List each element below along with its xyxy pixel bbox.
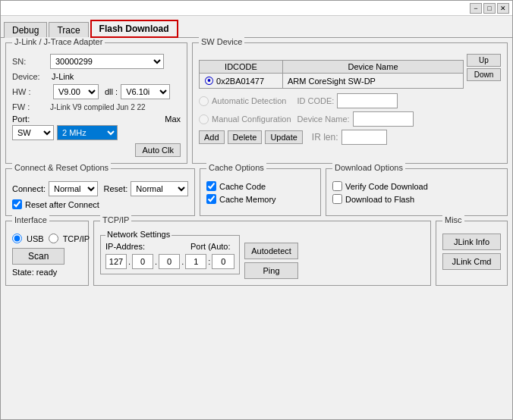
auto-clk-button[interactable]: Auto Clk [135,143,181,157]
port-row: SW 2 MHz [12,125,181,140]
fw-label: FW : [12,102,50,111]
cache-memory-checkbox[interactable] [206,194,216,204]
port-auto-label: Port (Auto: [190,242,231,251]
add-button[interactable]: Add [199,130,225,144]
cache-code-row: Cache Code [206,181,314,191]
device-name-label: Device Name: [297,114,350,124]
ir-len-input[interactable] [341,130,387,145]
ip-part-4[interactable] [185,254,206,269]
download-flash-row: Download to Flash [332,194,501,204]
dot-2: . [155,257,157,266]
swd-idcode-cell: ⦿ 0x2BA01477 [200,74,283,89]
jlink-info-button[interactable]: JLink Info [442,234,501,250]
delete-button[interactable]: Delete [228,130,263,144]
tcpip-radio[interactable] [49,234,58,243]
swd-devname-cell: ARM CoreSight SW-DP [283,74,464,89]
download-group: Download Options Verify Code Download Do… [326,168,508,216]
main-window: − □ ✕ Debug Trace Flash Download J-Link … [0,0,513,420]
sw-device-buttons: Add Delete Update IR len: [199,130,464,145]
cache-code-checkbox[interactable] [206,181,216,191]
device-name-input[interactable] [353,111,414,127]
dot-3: . [181,257,184,266]
sw-device-group-title: SW Device [199,37,244,46]
reset-after-connect-label: Reset after Connect [25,200,99,209]
idcode-value: 0x2BA01477 [216,77,264,86]
connect-label: Connect: [12,184,46,193]
ir-len-label: IR len: [312,132,338,143]
port-select[interactable]: SW [12,125,54,140]
tabs-row: Debug Trace Flash Download [1,16,512,38]
reset-after-connect-row: Reset after Connect [12,199,188,209]
jlink-cmd-button[interactable]: JLink Cmd [442,253,501,270]
port-input[interactable] [212,254,234,269]
main-content: J-Link / J-Trace Adapter SN: 30000299 De… [1,38,512,419]
tab-debug[interactable]: Debug [4,22,47,38]
connect-select[interactable]: Normal [49,181,98,196]
verify-code-checkbox[interactable] [332,181,342,191]
devname-value: ARM CoreSight SW-DP [288,77,376,86]
tcpip-group: TCP/IP Network Settings IP-Addres: Port … [93,221,431,286]
ip-part-3[interactable] [159,254,180,269]
cache-group: Cache Options Cache Code Cache Memory [200,168,321,216]
interface-group-title: Interface [12,215,49,224]
ip-row: . . . : [105,254,234,269]
maximize-button[interactable]: □ [483,3,496,14]
device-row: Device: J-Link [12,72,181,81]
cache-group-title: Cache Options [206,163,266,172]
network-settings-title: Network Settings [105,230,172,239]
dll-label: dll : [105,87,118,96]
verify-code-label: Verify Code Download [345,182,428,191]
sn-label: SN: [12,57,50,66]
connect-row: Connect: Normal Reset: Normal [12,181,188,196]
sn-row: SN: 30000299 [12,54,181,69]
max-select[interactable]: 2 MHz [57,125,118,140]
device-label: Device: [12,72,50,81]
move-up-button[interactable]: Up [467,54,501,67]
jlink-group: J-Link / J-Trace Adapter SN: 30000299 De… [5,42,187,164]
fw-value: J-Link V9 compiled Jun 2 22 [50,103,146,111]
update-button[interactable]: Update [265,130,302,144]
ip-part-2[interactable] [132,254,153,269]
reset-select[interactable]: Normal [131,181,188,196]
connect-reset-group: Connect & Reset Options Connect: Normal … [5,168,195,216]
radio-dot-icon: ⦿ [204,75,214,86]
sn-select[interactable]: 30000299 [50,54,164,69]
ping-button[interactable]: Ping [244,262,298,279]
interface-group: Interface USB TCP/IP Scan State: ready [5,221,89,286]
title-bar: − □ ✕ [1,1,512,16]
cache-memory-row: Cache Memory [206,194,314,204]
cache-code-label: Cache Code [219,182,266,191]
hw-select[interactable]: V9.00 [53,84,99,99]
minimize-button[interactable]: − [470,3,482,14]
move-buttons: Up Down [467,54,501,145]
auto-detect-label: Automatic Detection [212,96,286,105]
sw-device-table: IDCODE Device Name ⦿ 0x2BA01477 [199,60,464,89]
hw-row: HW : V9.00 dll : V6.10i [12,84,181,99]
tab-trace[interactable]: Trace [49,22,88,38]
scan-button[interactable]: Scan [12,248,65,265]
bottom-row: Interface USB TCP/IP Scan State: ready T… [5,221,508,286]
close-button[interactable]: ✕ [497,3,509,14]
ip-part-1[interactable] [105,254,127,269]
id-code-input[interactable] [337,93,398,108]
verify-code-row: Verify Code Download [332,181,501,191]
download-flash-checkbox[interactable] [332,194,342,204]
auto-detect-row: Automatic Detection ID CODE: [199,93,464,108]
cache-memory-label: Cache Memory [219,195,276,204]
id-code-label: ID CODE: [297,96,334,105]
port-section: Port: Max SW 2 MHz Auto Clk [12,114,181,157]
move-down-button[interactable]: Down [467,68,501,81]
device-value: J-Link [52,72,74,81]
interface-radio-group: USB TCP/IP [12,234,82,243]
reset-label: Reset: [104,184,128,193]
manual-config-radio[interactable] [199,114,209,124]
colon: : [208,257,210,266]
usb-radio[interactable] [12,234,22,243]
autodetect-button[interactable]: Autodetect [244,243,298,259]
dot-1: . [128,257,131,266]
reset-after-connect-checkbox[interactable] [12,199,22,209]
tab-flash-download[interactable]: Flash Download [90,20,178,38]
auto-detect-radio[interactable] [199,96,209,106]
dll-select[interactable]: V6.10i [121,84,170,99]
top-row: J-Link / J-Trace Adapter SN: 30000299 De… [5,42,508,164]
